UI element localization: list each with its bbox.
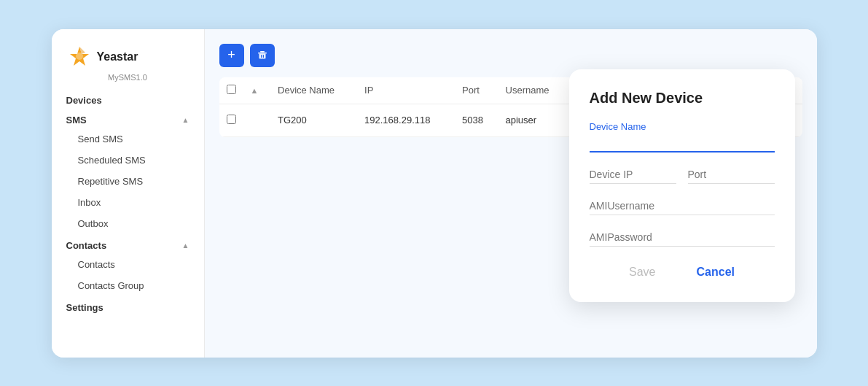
modal-actions: Save Cancel bbox=[590, 260, 775, 285]
add-device-modal: Add New Device Device Name bbox=[569, 69, 795, 302]
ip-port-row bbox=[590, 166, 775, 197]
sidebar-item-scheduled-sms[interactable]: Scheduled SMS bbox=[52, 150, 204, 171]
content-area: + ▲ bbox=[205, 29, 817, 358]
sms-chevron-icon: ▲ bbox=[182, 116, 189, 124]
ami-password-field bbox=[590, 228, 775, 247]
port-input[interactable] bbox=[688, 166, 775, 184]
sidebar-item-repetitive-sms[interactable]: Repetitive SMS bbox=[52, 171, 204, 192]
app-subtitle: MySMS1.0 bbox=[52, 73, 204, 82]
modal-overlay: Add New Device Device Name bbox=[205, 29, 817, 358]
yeastar-logo-icon bbox=[66, 44, 93, 70]
sidebar-item-contacts[interactable]: Contacts ▲ bbox=[52, 234, 204, 254]
device-ip-input[interactable] bbox=[590, 166, 676, 184]
save-button[interactable]: Save bbox=[617, 260, 667, 285]
sidebar-navigation: Devices SMS ▲ Send SMS Scheduled SMS Rep… bbox=[52, 89, 204, 343]
main-window: Yeastar MySMS1.0 Devices SMS ▲ Send SMS … bbox=[52, 29, 817, 358]
sidebar-item-outbox[interactable]: Outbox bbox=[52, 213, 204, 234]
sidebar-item-settings[interactable]: Settings bbox=[52, 296, 204, 316]
sidebar-item-sms[interactable]: SMS ▲ bbox=[52, 109, 204, 128]
sidebar-item-devices[interactable]: Devices bbox=[52, 89, 204, 109]
device-name-label: Device Name bbox=[590, 121, 775, 132]
device-name-input[interactable] bbox=[590, 134, 775, 153]
modal-title: Add New Device bbox=[590, 90, 775, 107]
sidebar-item-send-sms[interactable]: Send SMS bbox=[52, 128, 204, 150]
sidebar-item-contacts-group[interactable]: Contacts Group bbox=[52, 275, 204, 296]
device-ip-field bbox=[590, 166, 676, 184]
ami-username-input[interactable] bbox=[590, 197, 775, 215]
port-field bbox=[688, 166, 775, 184]
ami-password-input[interactable] bbox=[590, 228, 775, 247]
brand-name: Yeastar bbox=[97, 50, 138, 63]
svg-point-2 bbox=[76, 53, 83, 60]
cancel-button[interactable]: Cancel bbox=[685, 260, 746, 285]
sidebar-item-inbox[interactable]: Inbox bbox=[52, 192, 204, 213]
sidebar: Yeastar MySMS1.0 Devices SMS ▲ Send SMS … bbox=[52, 29, 205, 358]
logo-area: Yeastar bbox=[52, 44, 204, 73]
contacts-chevron-icon: ▲ bbox=[182, 242, 189, 250]
ami-username-field bbox=[590, 197, 775, 215]
device-name-field: Device Name bbox=[590, 121, 775, 153]
sidebar-item-contacts-list[interactable]: Contacts bbox=[52, 254, 204, 275]
